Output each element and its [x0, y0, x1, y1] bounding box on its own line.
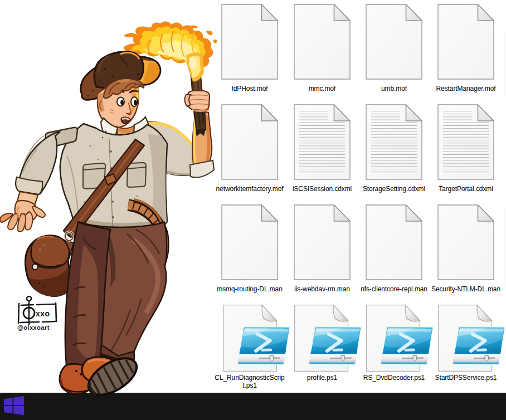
svg-text:@oixxoart: @oixxoart: [17, 324, 50, 331]
svg-text:xxo: xxo: [36, 309, 50, 318]
